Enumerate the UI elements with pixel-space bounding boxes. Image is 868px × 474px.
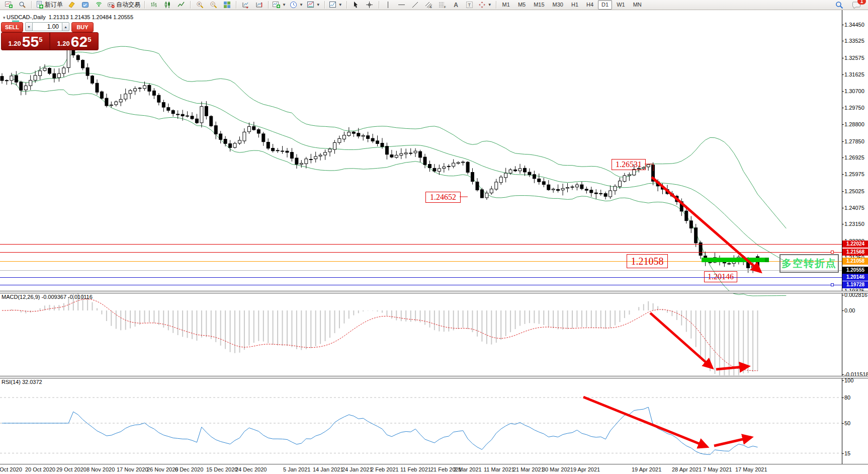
- bar-chart-button[interactable]: [147, 0, 160, 10]
- vertical-line-tool-button[interactable]: [382, 0, 395, 10]
- horizontal-line-icon: [398, 1, 405, 9]
- tile-windows-button[interactable]: [220, 0, 233, 10]
- chart-shift-button[interactable]: [252, 0, 266, 10]
- toolbar-separator: [324, 1, 325, 9]
- volume-increment-button[interactable]: ▲: [62, 22, 69, 31]
- symbol-ohlc: 1.21313 1.21435 1.20484 1.20555: [49, 14, 133, 20]
- price-label-box-1.21058[interactable]: 1.21058: [627, 254, 668, 268]
- timeframe-m15-button[interactable]: M15: [530, 0, 548, 10]
- search-button[interactable]: [833, 0, 846, 10]
- notifications-button[interactable]: 1: [850, 0, 863, 10]
- autotrading-label: 自动交易: [116, 1, 140, 9]
- signals-button[interactable]: [92, 0, 105, 10]
- volume-decrement-button[interactable]: ▼: [25, 22, 33, 31]
- date-axis[interactable]: 9 Oct 202020 Oct 202029 Oct 20208 Nov 20…: [0, 464, 868, 474]
- timeframe-h1-button[interactable]: H1: [568, 0, 582, 10]
- crosshair-tool-button[interactable]: [363, 0, 376, 10]
- dropdown-arrow-icon: ▼: [282, 3, 286, 7]
- templates-button[interactable]: ▼: [305, 0, 322, 10]
- new-order-icon: [36, 1, 43, 9]
- price-tick-label: 1.27850: [844, 138, 864, 144]
- price-tick-label: 1.24075: [844, 205, 864, 211]
- trendline-tool-button[interactable]: [409, 0, 422, 10]
- fibonacci-icon: F: [439, 1, 446, 9]
- profiles-button[interactable]: [16, 0, 29, 10]
- price-axis[interactable]: 1.344501.335251.325751.316251.307001.297…: [842, 10, 868, 464]
- level-line-handle[interactable]: [831, 251, 834, 254]
- indicators-button[interactable]: ▼: [327, 0, 344, 10]
- chart-area[interactable]: ▾ USDCAD-,Daily 1.21313 1.21435 1.20484 …: [0, 10, 868, 474]
- text-tool-button[interactable]: A: [450, 0, 463, 10]
- date-label: 2 Feb 2021: [371, 466, 399, 472]
- auto-scroll-button[interactable]: [239, 0, 252, 10]
- timeframe-mn-button[interactable]: MN: [630, 0, 645, 10]
- sell-button[interactable]: SELL: [1, 22, 23, 32]
- date-label: 5 Jan 2021: [283, 466, 310, 472]
- horizontal-line-tool-button[interactable]: [395, 0, 408, 10]
- channel-tool-button[interactable]: E: [422, 0, 436, 10]
- new-chart-dropdown-button[interactable]: ▼: [271, 0, 288, 10]
- date-label: 8 Nov 2020: [86, 466, 115, 472]
- rsi-tick-label: 50: [844, 420, 850, 426]
- date-label: 11 Mar 2021: [484, 466, 514, 472]
- volume-input[interactable]: [33, 22, 62, 31]
- bid-price-panel[interactable]: 1.20 55 5: [2, 33, 49, 50]
- new-chart-button[interactable]: [2, 0, 15, 10]
- date-label: 20 Oct 2020: [25, 466, 55, 472]
- bid-ask-panel: 1.20 55 5 1.20 62 5: [1, 32, 99, 50]
- zoom-in-icon: [196, 1, 204, 9]
- turning-point-annotation[interactable]: 多空转折点: [779, 254, 839, 273]
- new-chart-plus-icon: [273, 1, 280, 9]
- metaeditor-button[interactable]: [65, 0, 78, 10]
- price-label-box-1.20146[interactable]: 1.20146: [704, 271, 737, 282]
- candlestick-chart-icon: [164, 1, 171, 9]
- support-highlight-bar[interactable]: [702, 258, 768, 262]
- support-bar-handle[interactable]: [765, 258, 769, 262]
- date-label: 28 Apr 2021: [672, 466, 702, 472]
- price-badge-1.19728: 1.19728: [842, 281, 868, 288]
- label-icon: T: [466, 1, 473, 9]
- price-tick-label: 1.34450: [844, 22, 864, 28]
- date-label: 11 Feb 2021: [400, 466, 431, 472]
- fibonacci-tool-button[interactable]: F: [436, 0, 449, 10]
- toolbar-separator: [31, 1, 32, 9]
- autotrading-button[interactable]: 自动交易: [106, 0, 142, 10]
- terminal-icon: [81, 1, 89, 9]
- dropdown-arrow-icon: ▼: [488, 3, 492, 7]
- timeframe-m5-button[interactable]: M5: [514, 0, 529, 10]
- line-chart-button[interactable]: [175, 0, 188, 10]
- symbol-name: USDCAD-,Daily: [7, 14, 46, 20]
- level-line-1.21568[interactable]: [0, 252, 842, 253]
- label-tool-button[interactable]: T: [463, 0, 476, 10]
- level-line-1.22024[interactable]: [0, 244, 842, 245]
- price-badge-1.22024: 1.22024: [842, 241, 868, 248]
- periods-button[interactable]: ▼: [288, 0, 305, 10]
- buy-button[interactable]: BUY: [71, 22, 94, 32]
- timeframe-d1-button[interactable]: D1: [598, 0, 612, 10]
- macd-rsi-separator[interactable]: [0, 376, 868, 378]
- level-line-handle[interactable]: [831, 283, 834, 286]
- price-label-box-1.26531[interactable]: 1.26531: [612, 159, 646, 170]
- svg-text:F: F: [444, 6, 446, 9]
- arrows-tool-button[interactable]: ▼: [477, 0, 493, 10]
- new-order-button[interactable]: 新订单: [34, 0, 64, 10]
- chevron-down-icon[interactable]: ▾: [3, 15, 7, 20]
- date-label: 9 Apr 2021: [573, 466, 600, 472]
- ask-price-panel[interactable]: 1.20 62 5: [50, 33, 98, 50]
- date-label: 24 Dec 2020: [235, 466, 267, 472]
- zoom-in-button[interactable]: [193, 0, 206, 10]
- main-macd-separator[interactable]: [0, 291, 868, 293]
- timeframe-w1-button[interactable]: W1: [613, 0, 629, 10]
- cursor-tool-button[interactable]: [350, 0, 363, 10]
- timeframe-m30-button[interactable]: M30: [549, 0, 567, 10]
- timeframe-h4-button[interactable]: H4: [583, 0, 597, 10]
- zoom-out-button[interactable]: [207, 0, 220, 10]
- level-line-1.20555[interactable]: [0, 270, 842, 271]
- terminal-button[interactable]: [78, 0, 92, 10]
- level-line-1.19728[interactable]: [0, 285, 842, 285]
- timeframe-m1-button[interactable]: M1: [499, 0, 513, 10]
- price-label-box-1.24652[interactable]: 1.24652: [425, 192, 461, 203]
- svg-text:E: E: [430, 6, 432, 9]
- price-badge-1.21568: 1.21568: [842, 249, 868, 256]
- candlestick-chart-button[interactable]: [161, 0, 174, 10]
